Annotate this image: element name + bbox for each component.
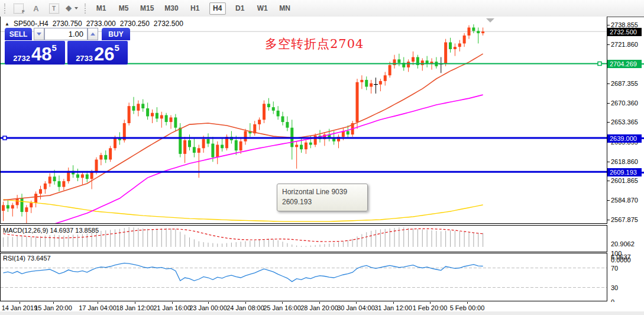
line-handle[interactable] (3, 136, 7, 140)
macd-bar (390, 229, 390, 247)
candle-body (76, 174, 79, 178)
time-tick-label: 24 Jan 08:00 (226, 304, 264, 311)
macd-bar (366, 232, 367, 247)
macd-bar (82, 234, 83, 247)
toolbar-grip[interactable] (85, 4, 86, 14)
buy-button[interactable]: BUY (102, 28, 130, 40)
candle-body (202, 139, 205, 148)
macd-bar (273, 239, 274, 247)
candle-body (281, 116, 284, 122)
timeframe-d1[interactable]: D1 (232, 2, 248, 15)
macd-bar (147, 229, 148, 247)
timeframe-m30[interactable]: M30 (162, 2, 180, 15)
time-tick-mark (393, 302, 394, 304)
axis-tick-mark (607, 122, 610, 123)
price-badge: 2732.500 (607, 28, 642, 36)
candle-body (244, 131, 247, 141)
candle-body (295, 145, 298, 147)
timeframe-mn[interactable]: MN (277, 2, 293, 15)
macd-bar (278, 240, 279, 247)
time-tick-label: 14 Jan 2019 (2, 304, 38, 311)
macd-bar (212, 243, 213, 247)
timeframe-buttons: M1M5M15M30H1H4D1W1MN (90, 2, 296, 15)
macd-bar (357, 236, 358, 247)
timeframe-h1[interactable]: H1 (187, 2, 203, 15)
volume-input[interactable]: 1.00 (44, 28, 88, 40)
buy-price-box[interactable]: 2733 26 5 (67, 41, 128, 65)
macd-bar (175, 229, 176, 247)
candle-body (34, 194, 37, 202)
macd-panel[interactable]: MACD(12,26,9) 14.6937 13.8585 (0, 225, 607, 252)
toolbar-grip[interactable] (4, 4, 5, 14)
price-axis[interactable]: 2738.8552721.8602687.3552670.3602653.365… (607, 17, 644, 302)
macd-bar (296, 246, 297, 247)
arrow-tools-icon[interactable]: ❖ (65, 2, 78, 14)
sell-price-box[interactable]: 2732 48 5 (5, 41, 65, 65)
volume-down-button[interactable] (34, 28, 44, 40)
candle-body (146, 108, 149, 116)
macd-bar (96, 232, 97, 247)
new-order-f-icon[interactable]: F (12, 2, 25, 14)
candle-body (128, 106, 131, 123)
macd-bar (199, 241, 199, 247)
timeframe-m15[interactable]: M15 (138, 2, 156, 15)
buy-price-small: 2733 (76, 54, 93, 63)
macd-bar (189, 237, 190, 247)
candle-body (412, 57, 415, 62)
macd-bar (403, 227, 404, 247)
expand-triangle-icon[interactable]: ▲ (5, 21, 9, 27)
time-tick-mark (467, 302, 468, 304)
candle-body (109, 148, 112, 159)
line-stub (641, 63, 644, 65)
macd-bar (264, 239, 264, 247)
candle-body (179, 128, 182, 154)
chart-shift-marker[interactable] (486, 18, 494, 22)
time-tick-label: 30 Jan 04:00 (337, 304, 375, 311)
time-tick-mark (356, 302, 357, 304)
candle-body (477, 31, 480, 33)
price-tick-label: 2653.365 (611, 118, 638, 126)
text-label-icon[interactable]: T (47, 2, 60, 14)
candle-body (211, 144, 214, 158)
timeframe-h4[interactable]: H4 (209, 2, 226, 15)
macd-bar (310, 246, 311, 247)
macd-bar (413, 229, 413, 247)
candle-body (81, 174, 84, 178)
time-tick-mark (245, 302, 246, 304)
macd-bar (348, 240, 348, 247)
candle-body (183, 140, 186, 154)
macd-bar (478, 233, 478, 247)
candle-body (267, 104, 270, 107)
macd-bar (208, 243, 209, 247)
candle-body (389, 65, 391, 75)
candle-body (370, 83, 373, 87)
macd-bar (380, 229, 381, 247)
candle-body (48, 176, 51, 184)
macd-bar (283, 242, 283, 247)
timeframe-w1[interactable]: W1 (254, 2, 271, 15)
chart-window: MACD(12,26,9) 14.6937 13.8585 RSI(14) 73… (0, 17, 644, 315)
timeframe-m5[interactable]: M5 (115, 2, 132, 15)
macd-bar (63, 236, 64, 247)
arrows-glyph: ❖ (65, 4, 72, 13)
candle-body (454, 47, 457, 49)
macd-bar (450, 230, 451, 247)
candle-body (16, 198, 19, 205)
macd-bar (455, 231, 455, 247)
timeframe-m1[interactable]: M1 (93, 2, 109, 15)
line-handle[interactable] (598, 62, 601, 65)
volume-up-button[interactable] (88, 28, 98, 40)
sell-button[interactable]: SELL (5, 28, 32, 40)
candle-body (2, 205, 5, 211)
f-glyph: F (22, 9, 25, 14)
macd-bar (161, 229, 162, 247)
time-tick-label: 1 Feb 20:00 (413, 304, 448, 311)
macd-bar (134, 227, 134, 247)
macd-scale-top: 20.9062 (611, 240, 635, 247)
macd-bar (77, 234, 78, 247)
macd-bar (418, 229, 418, 247)
macd-bar (166, 228, 167, 247)
text-a-icon[interactable]: A (30, 2, 43, 14)
rsi-panel[interactable]: RSI(14) 73.6457 (0, 253, 607, 301)
macd-bar (483, 233, 483, 247)
